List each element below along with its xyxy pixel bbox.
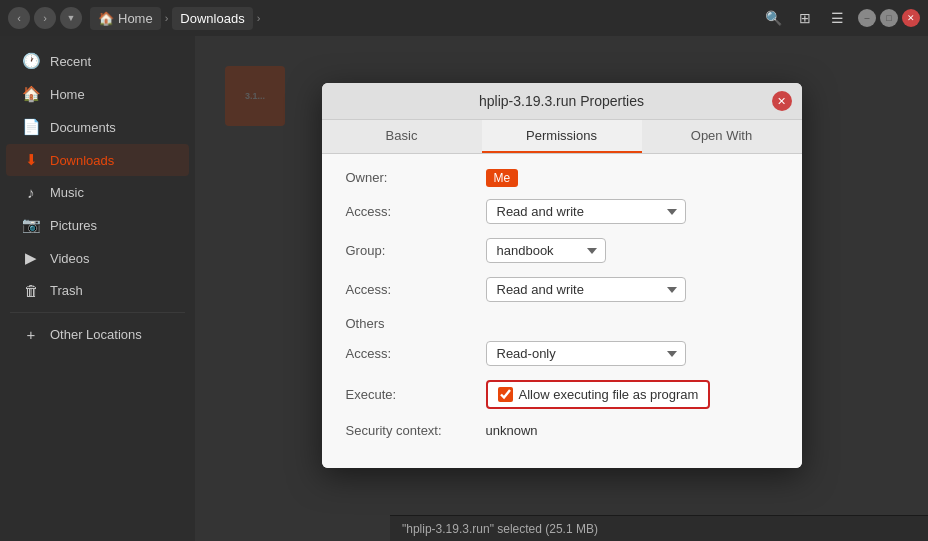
execute-label: Execute: [346, 387, 486, 402]
sidebar-item-trash[interactable]: 🗑 Trash [6, 275, 189, 306]
breadcrumb-home[interactable]: 🏠 Home [90, 7, 161, 30]
videos-icon: ▶ [22, 249, 40, 267]
home-label: Home [118, 11, 153, 26]
titlebar-actions: 🔍 ⊞ ☰ [760, 5, 850, 31]
sidebar-divider [10, 312, 185, 313]
sidebar-item-other-locations[interactable]: + Other Locations [6, 319, 189, 350]
security-context-label: Security context: [346, 423, 486, 438]
view-toggle-button[interactable]: ⊞ [792, 5, 818, 31]
forward-button[interactable]: › [34, 7, 56, 29]
execute-checkbox-wrap: Allow executing file as program [486, 380, 711, 409]
music-icon: ♪ [22, 184, 40, 201]
sidebar: 🕐 Recent 🏠 Home 📄 Documents ⬇ Downloads … [0, 36, 195, 541]
maximize-button[interactable]: □ [880, 9, 898, 27]
execute-row: Execute: Allow executing file as program [346, 380, 778, 409]
sidebar-label-pictures: Pictures [50, 218, 97, 233]
sidebar-item-videos[interactable]: ▶ Videos [6, 242, 189, 274]
home-icon: 🏠 [98, 11, 114, 26]
window-controls: – □ ✕ [858, 9, 920, 27]
group-access-row: Access: Read and write Read-only None [346, 277, 778, 302]
group-access-select[interactable]: Read and write Read-only None [486, 277, 686, 302]
owner-value: Me [486, 170, 778, 185]
close-button[interactable]: ✕ [902, 9, 920, 27]
sidebar-item-home[interactable]: 🏠 Home [6, 78, 189, 110]
dialog-close-button[interactable]: ✕ [772, 91, 792, 111]
sidebar-label-videos: Videos [50, 251, 90, 266]
menu-button[interactable]: ☰ [824, 5, 850, 31]
sidebar-label-music: Music [50, 185, 84, 200]
others-header: Others [346, 316, 778, 331]
dialog-tabs: Basic Permissions Open With [322, 120, 802, 154]
tab-basic[interactable]: Basic [322, 120, 482, 153]
group-access-label: Access: [346, 282, 486, 297]
sidebar-label-downloads: Downloads [50, 153, 114, 168]
sidebar-label-other-locations: Other Locations [50, 327, 142, 342]
breadcrumb-separator: › [165, 12, 169, 24]
others-access-label: Access: [346, 346, 486, 361]
sidebar-label-documents: Documents [50, 120, 116, 135]
downloads-icon: ⬇ [22, 151, 40, 169]
status-bar: "hplip-3.19.3.run" selected (25.1 MB) [390, 515, 928, 541]
minimize-button[interactable]: – [858, 9, 876, 27]
sidebar-label-home: Home [50, 87, 85, 102]
dialog-title: hplip-3.19.3.run Properties [479, 93, 644, 109]
back-button[interactable]: ‹ [8, 7, 30, 29]
tab-open-with[interactable]: Open With [642, 120, 802, 153]
owner-label: Owner: [346, 170, 486, 185]
recent-icon: 🕐 [22, 52, 40, 70]
sidebar-item-pictures[interactable]: 📷 Pictures [6, 209, 189, 241]
owner-row: Owner: Me [346, 170, 778, 185]
documents-icon: 📄 [22, 118, 40, 136]
dialog-content: Owner: Me Access: Read and write Read-on… [322, 154, 802, 468]
status-text: "hplip-3.19.3.run" selected (25.1 MB) [402, 522, 598, 536]
sidebar-item-documents[interactable]: 📄 Documents [6, 111, 189, 143]
home-sidebar-icon: 🏠 [22, 85, 40, 103]
nav-buttons: ‹ › ▼ [8, 7, 82, 29]
group-select[interactable]: handbook [486, 238, 606, 263]
security-context-row: Security context: unknown [346, 423, 778, 438]
sidebar-item-recent[interactable]: 🕐 Recent [6, 45, 189, 77]
execute-checkbox-label: Allow executing file as program [519, 387, 699, 402]
up-button[interactable]: ▼ [60, 7, 82, 29]
file-area: 3.1... hplip-3.19.3.run Properties ✕ Bas… [195, 36, 928, 541]
sidebar-label-recent: Recent [50, 54, 91, 69]
other-locations-icon: + [22, 326, 40, 343]
pictures-icon: 📷 [22, 216, 40, 234]
properties-dialog: hplip-3.19.3.run Properties ✕ Basic Perm… [322, 83, 802, 468]
dialog-titlebar: hplip-3.19.3.run Properties ✕ [322, 83, 802, 120]
sidebar-item-music[interactable]: ♪ Music [6, 177, 189, 208]
others-section: Others Access: Read-only Read and write … [346, 316, 778, 438]
breadcrumb: 🏠 Home › Downloads › [90, 7, 260, 30]
main-area: 🕐 Recent 🏠 Home 📄 Documents ⬇ Downloads … [0, 36, 928, 541]
owner-badge: Me [486, 169, 519, 187]
others-access-select[interactable]: Read-only Read and write None [486, 341, 686, 366]
sidebar-item-downloads[interactable]: ⬇ Downloads [6, 144, 189, 176]
execute-checkbox[interactable] [498, 387, 513, 402]
titlebar: ‹ › ▼ 🏠 Home › Downloads › 🔍 ⊞ ☰ – □ ✕ [0, 0, 928, 36]
owner-access-row: Access: Read and write Read-only None [346, 199, 778, 224]
tab-permissions[interactable]: Permissions [482, 120, 642, 153]
trash-icon: 🗑 [22, 282, 40, 299]
breadcrumb-end: › [257, 12, 261, 24]
search-button[interactable]: 🔍 [760, 5, 786, 31]
owner-access-select[interactable]: Read and write Read-only None [486, 199, 686, 224]
group-label: Group: [346, 243, 486, 258]
group-row: Group: handbook [346, 238, 778, 263]
modal-overlay: hplip-3.19.3.run Properties ✕ Basic Perm… [195, 36, 928, 541]
group-select-wrap: handbook [486, 238, 606, 263]
security-context-value: unknown [486, 423, 778, 438]
owner-access-label: Access: [346, 204, 486, 219]
sidebar-label-trash: Trash [50, 283, 83, 298]
others-access-row: Access: Read-only Read and write None [346, 341, 778, 366]
breadcrumb-current[interactable]: Downloads [172, 7, 252, 30]
